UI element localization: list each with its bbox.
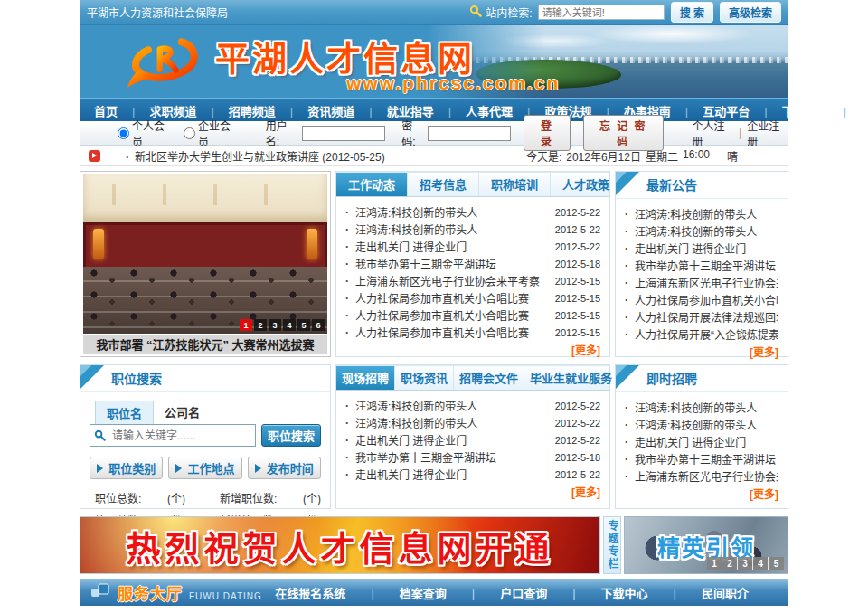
username-field[interactable] xyxy=(302,126,385,141)
elite-page-5[interactable]: 5 xyxy=(769,557,784,570)
tab-work-dynamics[interactable]: 工作动态 xyxy=(336,173,408,196)
news-item[interactable]: 上海浦东新区光电子行业协会来平考察2012-5-15 xyxy=(345,272,600,289)
link-online-registration[interactable]: 在线报名系统 xyxy=(262,584,358,601)
elite-page-1[interactable]: 1 xyxy=(707,557,722,570)
tab-onsite-recruit[interactable]: 现场招聘 xyxy=(336,366,395,390)
site-search-input[interactable] xyxy=(538,5,665,20)
news-item[interactable]: 走出机关门 进得企业门2012-5-22 xyxy=(345,431,600,448)
news-item[interactable]: 我市举办第十三期金平湖讲坛2012-5-18 xyxy=(345,255,600,272)
nav-recruit-channel[interactable]: 招聘频道 xyxy=(203,102,282,119)
news-item[interactable]: 汪鸿涛:科技创新的带头人2012-5-22 xyxy=(345,414,600,431)
nav-interactive-platform[interactable]: 互动平台 xyxy=(678,102,757,119)
slide-page-6[interactable]: 6 xyxy=(312,319,325,331)
nav-employment-guide[interactable]: 就业指导 xyxy=(362,102,440,119)
instant-item[interactable]: 汪鸿涛:科技创新的带头人 xyxy=(625,416,778,433)
personal-member-radio[interactable]: 个人会员 xyxy=(118,118,173,148)
announce-item[interactable]: 我市举办第十三期金平湖讲坛 xyxy=(625,257,778,274)
special-column-strip[interactable]: 专题专栏 xyxy=(603,516,621,574)
announce-item-title: 走出机关门 进得企业门 xyxy=(635,240,778,256)
link-private-agency[interactable]: 民间职介 xyxy=(661,584,761,601)
elite-page-2[interactable]: 2 xyxy=(722,557,738,570)
news-item-date: 2012-5-15 xyxy=(555,276,600,287)
news-item[interactable]: 走出机关门 进得企业门2012-5-22 xyxy=(345,238,600,255)
slide-page-3[interactable]: 3 xyxy=(269,319,281,331)
news-item[interactable]: 人力社保局参加市直机关小合唱比赛2012-5-15 xyxy=(345,324,600,341)
site-logo-icon[interactable] xyxy=(127,33,206,94)
slide-page-5[interactable]: 5 xyxy=(297,319,310,331)
elite-page-3[interactable]: 3 xyxy=(738,557,753,570)
job-search-button[interactable]: 职位搜索 xyxy=(261,424,321,447)
announce-item[interactable]: 汪鸿涛:科技创新的带头人 xyxy=(625,222,778,240)
personal-member-label: 个人会员 xyxy=(132,118,173,148)
filter-location-button[interactable]: 工作地点 xyxy=(168,457,241,479)
keyword-input[interactable] xyxy=(90,424,256,447)
company-register-link[interactable]: 企业注册 xyxy=(747,118,788,148)
nav-download-center[interactable]: 下载中心 xyxy=(757,102,835,119)
instant-item[interactable]: 走出机关门 进得企业门 xyxy=(625,433,778,450)
news-item[interactable]: 人力社保局参加市直机关小合唱比赛2012-5-15 xyxy=(345,306,600,324)
more-link[interactable]: [更多] xyxy=(336,341,609,361)
nav-sitemap[interactable]: 网站地图 xyxy=(836,102,868,119)
tab-talent-policy[interactable]: 人才政策 xyxy=(551,173,622,196)
instant-item-title: 我市举办第十三期金平湖讲坛 xyxy=(635,451,778,467)
news-item[interactable]: 汪鸿涛:科技创新的带头人2012-5-22 xyxy=(345,397,600,414)
tab-graduate-services[interactable]: 毕业生就业服务 xyxy=(524,366,618,390)
news-item[interactable]: 我市举办第十三期金平湖讲坛2012-5-18 xyxy=(345,448,600,466)
instant-item[interactable]: 上海浦东新区光电子行业协会来平考 xyxy=(625,467,778,485)
personal-register-link[interactable]: 个人注册 xyxy=(693,118,734,148)
instant-item[interactable]: 汪鸿涛:科技创新的带头人 xyxy=(625,399,778,416)
tab-company-name[interactable]: 公司名 xyxy=(154,401,211,424)
filter-category-button[interactable]: 职位类别 xyxy=(90,457,163,479)
forgot-password-button[interactable]: 忘 记 密 码 xyxy=(583,115,664,151)
conference-photo[interactable]: 第一届“江苏技能状元”大赛常州选拔赛动员会扩大会议 1 2 3 4 5 6 xyxy=(83,174,327,334)
password-field[interactable] xyxy=(428,126,511,141)
site-search-button[interactable]: 搜 索 xyxy=(671,2,713,23)
slide-page-4[interactable]: 4 xyxy=(283,319,296,331)
advanced-search-button[interactable]: 高级检索 xyxy=(720,2,781,23)
nav-news-channel[interactable]: 资讯频道 xyxy=(283,102,362,119)
more-link[interactable]: [更多] xyxy=(616,485,788,505)
celebration-banner[interactable]: 热烈祝贺人才信息网开通 xyxy=(80,516,600,574)
photo-slideshow[interactable]: 第一届“江苏技能状元”大赛常州选拔赛动员会扩大会议 1 2 3 4 5 6 我市… xyxy=(80,171,331,357)
instant-item-title: 走出机关门 进得企业门 xyxy=(635,434,778,449)
personal-member-radio-input[interactable] xyxy=(118,127,129,139)
company-member-radio[interactable]: 企业会员 xyxy=(184,118,239,148)
news-item[interactable]: 汪鸿涛:科技创新的带头人2012-5-22 xyxy=(345,203,600,221)
link-archive-query[interactable]: 档案查询 xyxy=(358,584,458,601)
news-item[interactable]: 人力社保局参加市直机关小合唱比赛2012-5-15 xyxy=(345,289,600,306)
ticker-news-link[interactable]: 新北区举办大学生创业与就业政策讲座 (2012-05-25) xyxy=(126,148,385,164)
nav-hr-agency[interactable]: 人事代理 xyxy=(441,102,520,119)
nav-jobseeker-channel[interactable]: 求职频道 xyxy=(125,102,203,119)
login-button[interactable]: 登 录 xyxy=(524,115,571,151)
tab-title-training[interactable]: 职称培训 xyxy=(479,173,551,196)
slide-page-2[interactable]: 2 xyxy=(254,319,267,331)
link-download-center[interactable]: 下载中心 xyxy=(560,584,660,601)
news-item[interactable]: 汪鸿涛:科技创新的带头人2012-5-22 xyxy=(345,221,600,238)
instant-item[interactable]: 我市举办第十三期金平湖讲坛 xyxy=(625,450,778,467)
photo-caption-link[interactable]: 我市部署 “江苏技能状元” 大赛常州选拔赛 xyxy=(83,335,327,354)
announce-item[interactable]: 人力社保局参加市直机关小合唱比赛 xyxy=(625,291,778,308)
site-url[interactable]: www.phrcsc.com.cn xyxy=(346,72,560,94)
slide-page-1[interactable]: 1 xyxy=(240,319,252,331)
more-link[interactable]: [更多] xyxy=(336,483,609,503)
announce-item[interactable]: 人力社保局开展“入企锻炼提素质” xyxy=(625,325,778,343)
elite-page-4[interactable]: 4 xyxy=(753,557,769,570)
elite-banner[interactable]: 精英引领 1 2 3 4 5 xyxy=(624,516,788,574)
instant-item-title: 上海浦东新区光电子行业协会来平考 xyxy=(635,468,778,484)
more-link[interactable]: [更多] xyxy=(616,343,788,363)
company-member-radio-input[interactable] xyxy=(184,127,195,139)
announce-item[interactable]: 走出机关门 进得企业门 xyxy=(625,240,778,257)
tab-career-info[interactable]: 职场资讯 xyxy=(395,366,454,390)
tab-jobfair-docs[interactable]: 招聘会文件 xyxy=(454,366,524,390)
link-hukou-query[interactable]: 户口查询 xyxy=(459,584,560,601)
news-item[interactable]: 走出机关门 进得企业门2012-5-22 xyxy=(345,466,600,483)
announce-item[interactable]: 汪鸿涛:科技创新的带头人 xyxy=(625,205,778,222)
company-member-label: 企业会员 xyxy=(198,118,239,148)
filter-date-button[interactable]: 发布时间 xyxy=(248,457,321,479)
tab-exam-info[interactable]: 招考信息 xyxy=(408,173,479,196)
recruit-news-panel: 现场招聘 职场资讯 招聘会文件 毕业生就业服务 汪鸿涛:科技创新的带头人2012… xyxy=(335,364,610,509)
announce-item[interactable]: 人力社保局开展法律法规巡回培训 xyxy=(625,308,778,325)
announce-item[interactable]: 上海浦东新区光电子行业协会来平考 xyxy=(625,274,778,291)
tab-position-name[interactable]: 职位名 xyxy=(95,401,154,424)
nav-home[interactable]: 首页 xyxy=(87,102,125,119)
